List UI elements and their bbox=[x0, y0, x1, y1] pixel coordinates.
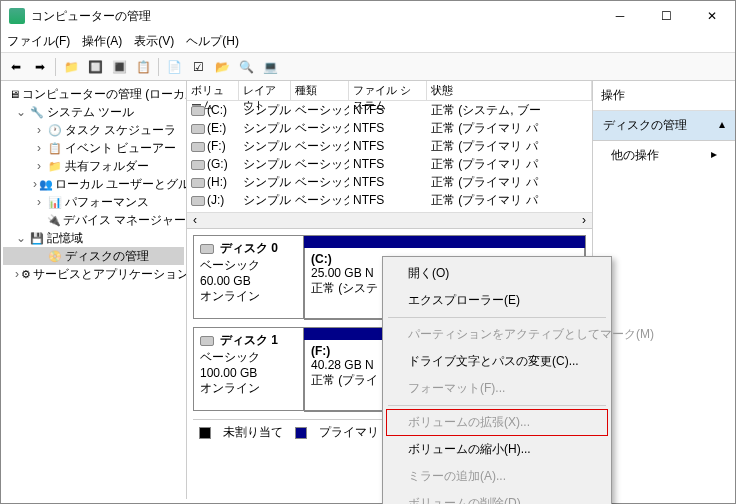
nav-tree[interactable]: 🖥コンピューターの管理 (ローカル) ⌄🔧システム ツール ›🕐タスク スケジュ… bbox=[1, 81, 187, 499]
actions-section[interactable]: ディスクの管理▴ bbox=[593, 111, 735, 141]
volume-row[interactable]: (H:)シンプルベーシックNTFS正常 (プライマリ パ bbox=[187, 173, 592, 191]
drive-icon bbox=[191, 196, 205, 206]
tree-tasksched[interactable]: タスク スケジューラ bbox=[65, 122, 176, 139]
window-title: コンピューターの管理 bbox=[31, 8, 597, 25]
ctx-chdrive[interactable]: ドライブ文字とパスの変更(C)... bbox=[386, 348, 608, 375]
col-layout[interactable]: レイアウト bbox=[239, 81, 291, 100]
device-icon: 🔌 bbox=[47, 212, 61, 228]
tree-diskmgmt[interactable]: ディスクの管理 bbox=[65, 248, 149, 265]
tree-systools[interactable]: システム ツール bbox=[47, 104, 134, 121]
col-volume[interactable]: ボリューム bbox=[187, 81, 239, 100]
col-status[interactable]: 状態 bbox=[427, 81, 592, 100]
ctx-format: フォーマット(F)... bbox=[386, 375, 608, 402]
close-button[interactable]: ✕ bbox=[689, 1, 735, 31]
ctx-delete: ボリュームの削除(D)... bbox=[386, 490, 608, 504]
menu-help[interactable]: ヘルプ(H) bbox=[186, 33, 239, 50]
titlebar: コンピューターの管理 ─ ☐ ✕ bbox=[1, 1, 735, 31]
tools-icon: 🔧 bbox=[29, 104, 45, 120]
drive-icon bbox=[191, 178, 205, 188]
services-icon: ⚙ bbox=[21, 266, 31, 282]
list-button[interactable]: 📋 bbox=[132, 56, 154, 78]
swatch-primary bbox=[295, 427, 307, 439]
context-menu: 開く(O) エクスプローラー(E) パーティションをアクティブとしてマーク(M)… bbox=[382, 256, 612, 504]
tree-eventvwr[interactable]: イベント ビューアー bbox=[65, 140, 176, 157]
minimize-button[interactable]: ─ bbox=[597, 1, 643, 31]
drive-icon bbox=[191, 124, 205, 134]
computer-icon: 🖥 bbox=[9, 86, 20, 102]
tool3-button[interactable]: 📂 bbox=[211, 56, 233, 78]
actions-other[interactable]: 他の操作▸ bbox=[593, 141, 735, 170]
drive-icon bbox=[191, 142, 205, 152]
volume-row[interactable]: (C:)シンプルベーシックNTFS正常 (システム, ブー bbox=[187, 101, 592, 119]
volume-row[interactable]: (G:)シンプルベーシックNTFS正常 (プライマリ パ bbox=[187, 155, 592, 173]
volume-row[interactable]: (F:)シンプルベーシックNTFS正常 (プライマリ パ bbox=[187, 137, 592, 155]
ctx-mirror: ミラーの追加(A)... bbox=[386, 463, 608, 490]
maximize-button[interactable]: ☐ bbox=[643, 1, 689, 31]
volume-row[interactable]: (J:)シンプルベーシックNTFS正常 (プライマリ パ bbox=[187, 191, 592, 209]
h-scrollbar[interactable]: ‹› bbox=[187, 212, 592, 228]
col-fs[interactable]: ファイル システム bbox=[349, 81, 427, 100]
disk-type: ベーシック bbox=[200, 257, 297, 274]
actions-title: 操作 bbox=[593, 81, 735, 111]
actions-pane: 操作 ディスクの管理▴ 他の操作▸ bbox=[593, 81, 735, 499]
tree-shared[interactable]: 共有フォルダー bbox=[65, 158, 149, 175]
menu-view[interactable]: 表示(V) bbox=[134, 33, 174, 50]
disk-icon bbox=[200, 244, 214, 254]
volume-list[interactable]: ボリューム レイアウト 種類 ファイル システム 状態 (C:)シンプルベーシッ… bbox=[187, 81, 592, 229]
clock-icon: 🕐 bbox=[47, 122, 63, 138]
disk-name: ディスク 1 bbox=[220, 332, 278, 349]
menubar: ファイル(F) 操作(A) 表示(V) ヘルプ(H) bbox=[1, 31, 735, 53]
part-label: (F:) bbox=[311, 344, 330, 358]
menu-action[interactable]: 操作(A) bbox=[82, 33, 122, 50]
tool4-button[interactable]: 🔍 bbox=[235, 56, 257, 78]
app-icon bbox=[9, 8, 25, 24]
refresh-button[interactable]: 🔳 bbox=[108, 56, 130, 78]
legend-unalloc: 未割り当て bbox=[223, 424, 283, 441]
disk-name: ディスク 0 bbox=[220, 240, 278, 257]
disk-status: オンライン bbox=[200, 380, 297, 397]
storage-icon: 💾 bbox=[29, 230, 45, 246]
drive-icon bbox=[191, 106, 205, 116]
tool2-button[interactable]: ☑ bbox=[187, 56, 209, 78]
toolbar: ⬅ ➡ 📁 🔲 🔳 📋 📄 ☑ 📂 🔍 💻 bbox=[1, 53, 735, 81]
disk-icon: 📀 bbox=[47, 248, 63, 264]
tree-root[interactable]: コンピューターの管理 (ローカル) bbox=[22, 86, 187, 103]
ctx-active: パーティションをアクティブとしてマーク(M) bbox=[386, 321, 608, 348]
part-label: (C:) bbox=[311, 252, 332, 266]
disk-status: オンライン bbox=[200, 288, 297, 305]
users-icon: 👥 bbox=[39, 176, 53, 192]
ctx-explorer[interactable]: エクスプローラー(E) bbox=[386, 287, 608, 314]
part-size: 25.00 GB N bbox=[311, 266, 374, 280]
perf-icon: 📊 bbox=[47, 194, 63, 210]
tool5-button[interactable]: 💻 bbox=[259, 56, 281, 78]
tree-services[interactable]: サービスとアプリケーション bbox=[33, 266, 187, 283]
part-status: 正常 (システ bbox=[311, 281, 378, 295]
swatch-unalloc bbox=[199, 427, 211, 439]
disk-size: 60.00 GB bbox=[200, 274, 297, 288]
ctx-shrink[interactable]: ボリュームの縮小(H)... bbox=[386, 436, 608, 463]
tree-storage[interactable]: 記憶域 bbox=[47, 230, 83, 247]
ctx-open[interactable]: 開く(O) bbox=[386, 260, 608, 287]
disk-icon bbox=[200, 336, 214, 346]
up-button[interactable]: 📁 bbox=[60, 56, 82, 78]
tree-users[interactable]: ローカル ユーザーとグループ bbox=[55, 176, 187, 193]
volume-row[interactable]: (E:)シンプルベーシックNTFS正常 (プライマリ パ bbox=[187, 119, 592, 137]
folder-icon: 📁 bbox=[47, 158, 63, 174]
tree-devmgr[interactable]: デバイス マネージャー bbox=[63, 212, 186, 229]
forward-button[interactable]: ➡ bbox=[29, 56, 51, 78]
part-size: 40.28 GB N bbox=[311, 358, 374, 372]
drive-icon bbox=[191, 160, 205, 170]
props-button[interactable]: 🔲 bbox=[84, 56, 106, 78]
tree-perf[interactable]: パフォーマンス bbox=[65, 194, 149, 211]
event-icon: 📋 bbox=[47, 140, 63, 156]
col-type[interactable]: 種類 bbox=[291, 81, 349, 100]
ctx-extend: ボリュームの拡張(X)... bbox=[386, 409, 608, 436]
part-status: 正常 (プライ bbox=[311, 373, 378, 387]
collapse-icon: ▴ bbox=[719, 117, 725, 134]
back-button[interactable]: ⬅ bbox=[5, 56, 27, 78]
disk-size: 100.00 GB bbox=[200, 366, 297, 380]
disk-type: ベーシック bbox=[200, 349, 297, 366]
menu-file[interactable]: ファイル(F) bbox=[7, 33, 70, 50]
tool1-button[interactable]: 📄 bbox=[163, 56, 185, 78]
volume-header: ボリューム レイアウト 種類 ファイル システム 状態 bbox=[187, 81, 592, 101]
